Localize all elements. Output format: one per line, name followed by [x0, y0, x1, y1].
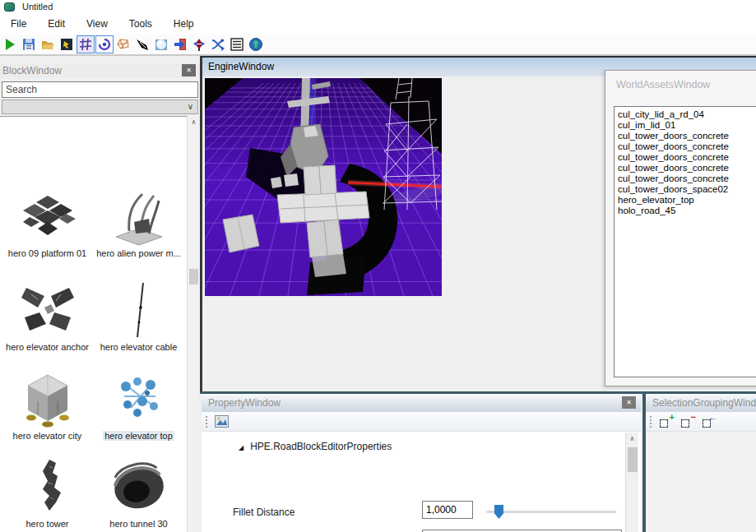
selection-grouping-titlebar: SelectionGroupingWindow [646, 394, 756, 412]
open-folder-icon [40, 37, 55, 52]
asset-item-hero-alien-power[interactable]: hero alien power m... [93, 186, 184, 259]
list-item[interactable]: holo_road_45 [618, 206, 756, 216]
asset-item-hero-elevator-cable[interactable]: hero elevator cable [93, 280, 184, 353]
selection-box-icon [681, 419, 689, 428]
marker-tool-button[interactable] [190, 35, 208, 53]
asset-label: hero alien power m... [95, 248, 183, 258]
scroll-up-icon[interactable]: ∧ [626, 433, 638, 446]
property-window-title: PropertyWindow [208, 397, 281, 409]
bottom-dock: PropertyWindow ✕ ◢HPE.RoadBlockEditorPro… [200, 391, 756, 532]
picture-icon[interactable] [215, 415, 229, 428]
world-assets-window: WorldAssetsWindow cul_city_lid_a_rd_04 c… [605, 70, 756, 386]
world-assets-list[interactable]: cul_city_lid_a_rd_04 cul_im_lid_01 cul_t… [614, 106, 756, 377]
block-tool-button[interactable] [58, 35, 76, 53]
arrow-left-icon: ← [708, 412, 717, 422]
asset-thumbnail [104, 186, 174, 247]
window-title: Untitled [22, 2, 53, 12]
property-scrollbar[interactable]: ∧ [625, 433, 638, 532]
section-title: HPE.RoadBlockEditorProperties [250, 441, 392, 452]
list-item[interactable]: cul_tower_doors_concrete [618, 163, 756, 173]
block-window-close-icon[interactable]: ✕ [182, 64, 196, 76]
block-window: BlockWindow ✕ ∨ hero 09 platform 01 [0, 58, 200, 532]
search-input[interactable] [2, 81, 198, 98]
slider-thumb[interactable] [494, 505, 503, 519]
play-icon [2, 37, 17, 52]
add-to-group-button[interactable]: + [660, 414, 674, 428]
grid-toggle-button[interactable] [77, 35, 95, 53]
world-assets-window-title: WorldAssetsWindow [605, 71, 756, 90]
menu-bar: File Edit View Tools Help [0, 13, 756, 35]
list-item[interactable]: cul_tower_doors_concrete [618, 173, 756, 184]
asset-item-hero-elevator-city[interactable]: hero elevator city [2, 368, 93, 442]
menu-tools[interactable]: Tools [118, 15, 163, 33]
door-exit-button[interactable] [171, 35, 189, 53]
scrollbar-thumb[interactable] [628, 447, 638, 472]
rotate-view-button[interactable] [95, 35, 114, 53]
asset-label: hero tunnel 30 [108, 519, 169, 529]
asset-thumbnail [104, 368, 174, 429]
menu-help[interactable]: Help [163, 15, 205, 33]
list-item[interactable]: cul_tower_doors_concrete [618, 152, 756, 163]
property-window: PropertyWindow ✕ ◢HPE.RoadBlockEditorPro… [202, 394, 641, 532]
asset-thumbnail [13, 186, 82, 247]
open-button[interactable] [39, 35, 57, 53]
list-item[interactable]: cul_im_lid_01 [618, 120, 756, 131]
property-window-close-icon[interactable]: ✕ [622, 396, 636, 409]
list-item[interactable]: cul_tower_doors_concrete [618, 131, 756, 141]
assign-group-button[interactable]: ← [703, 414, 717, 428]
asset-thumbnail [13, 456, 82, 517]
menu-file[interactable]: File [0, 15, 37, 33]
dock-area: BlockWindow ✕ ∨ hero 09 platform 01 [0, 56, 756, 532]
minus-icon: − [691, 412, 696, 422]
asset-label: hero 09 platform 01 [7, 248, 88, 258]
list-item[interactable]: cul_tower_doors_concrete [618, 141, 756, 152]
property-window-titlebar: PropertyWindow ✕ [202, 394, 641, 412]
category-dropdown[interactable]: ∨ [2, 99, 198, 114]
sphere-icon [154, 37, 169, 52]
upload-icon [248, 37, 263, 52]
toolbar-grip[interactable] [206, 416, 208, 428]
asset-item-hero-tower[interactable]: hero tower [2, 456, 93, 530]
list-view-button[interactable] [228, 35, 246, 53]
engine-viewport[interactable] [205, 78, 442, 296]
shuffle-icon [211, 37, 225, 52]
upload-button[interactable] [247, 35, 265, 53]
play-button[interactable] [1, 35, 19, 53]
grid-icon [78, 37, 93, 52]
fillet-distance-input[interactable] [422, 501, 473, 519]
list-item[interactable]: hero_elevator_top [618, 195, 756, 206]
save-icon [21, 37, 36, 52]
scrollbar-thumb[interactable] [189, 269, 198, 285]
menu-edit[interactable]: Edit [37, 15, 76, 33]
asset-item-hero-tunnel-30[interactable]: hero tunnel 30 [93, 456, 184, 530]
asset-thumbnail [104, 456, 174, 517]
asset-item-hero-elevator-top[interactable]: hero elevator top [93, 368, 184, 442]
pen-icon [135, 37, 150, 52]
asset-label: hero elevator city [12, 431, 84, 441]
chevron-down-icon: ∨ [188, 102, 193, 111]
wireframe-button[interactable] [114, 35, 132, 53]
selection-grouping-window: SelectionGroupingWindow + − ← [646, 394, 756, 532]
selection-grouping-title: SelectionGroupingWindow [652, 397, 756, 409]
asset-label: hero tower [25, 519, 71, 529]
list-item[interactable]: cul_tower_doors_space02 [618, 184, 756, 195]
fillet-distance-slider[interactable] [486, 511, 616, 513]
door-exit-icon [173, 37, 188, 52]
property-section-header[interactable]: ◢HPE.RoadBlockEditorProperties [239, 441, 392, 452]
selection-box-icon [660, 419, 668, 428]
block-window-scrollbar[interactable]: ∧ [187, 116, 199, 532]
save-button[interactable] [20, 35, 38, 53]
list-icon [230, 37, 244, 52]
list-item[interactable]: cul_city_lid_a_rd_04 [618, 109, 756, 120]
app-icon [4, 2, 15, 12]
shuffle-button[interactable] [209, 35, 227, 53]
pen-tool-button[interactable] [133, 35, 151, 53]
scroll-up-icon[interactable]: ∧ [188, 116, 200, 129]
toolbar-grip[interactable] [650, 416, 652, 428]
asset-item-hero-elevator-anchor[interactable]: hero elevator anchor [2, 280, 93, 353]
sphere-tool-button[interactable] [152, 35, 170, 53]
remove-from-group-button[interactable]: − [681, 414, 695, 428]
asset-label: hero elevator cable [99, 342, 179, 352]
menu-view[interactable]: View [76, 15, 118, 33]
asset-item-hero-09-platform-01[interactable]: hero 09 platform 01 [2, 186, 93, 259]
